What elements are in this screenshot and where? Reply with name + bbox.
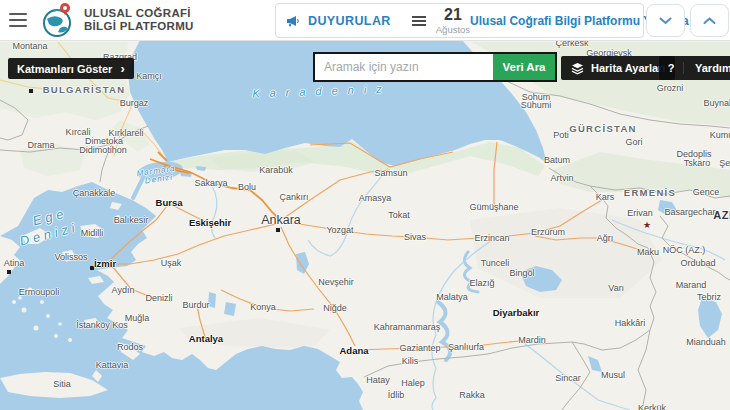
- app-header: ULUSAL COĞRAFİ BİLGİ PLATFORMU DUYURULAR…: [0, 0, 730, 41]
- search-bar: Veri Ara: [313, 52, 557, 82]
- search-data-button[interactable]: Veri Ara: [493, 54, 555, 80]
- announcements-label: DUYURULAR: [308, 14, 391, 28]
- chevron-down-icon: [659, 17, 672, 25]
- announcement-date: 21 Ağustos: [436, 4, 470, 37]
- logo-globe-pin-icon[interactable]: [40, 2, 78, 39]
- map-settings-label: Harita Ayarları: [591, 62, 665, 74]
- announcement-day: 21: [444, 7, 462, 23]
- show-layers-button[interactable]: Katmanları Göster ›: [8, 58, 134, 79]
- help-label: Yardım: [684, 62, 730, 74]
- list-icon[interactable]: [412, 16, 426, 26]
- hamburger-menu-icon[interactable]: [9, 13, 27, 27]
- chevron-right-icon: ›: [120, 63, 124, 74]
- app-title-line2: BİLGİ PLATFORMU: [84, 20, 194, 33]
- show-layers-label: Katmanları Göster: [17, 63, 112, 75]
- announcement-month: Ağustos: [436, 25, 470, 35]
- announcements-panel: DUYURULAR 21 Ağustos Ulusal Coğrafi Bilg…: [275, 3, 644, 38]
- map-canvas[interactable]: MontanaRazgradKamçıBurgazBULGARİSTANKırc…: [0, 40, 730, 410]
- announcement-prev-button[interactable]: [646, 4, 685, 37]
- question-mark-icon: ?: [659, 62, 684, 74]
- chevron-up-icon: [703, 17, 716, 25]
- help-button[interactable]: ? Yardım: [659, 56, 730, 80]
- announcements-toggle[interactable]: DUYURULAR: [276, 4, 436, 37]
- app-title-line1: ULUSAL COĞRAFİ: [84, 7, 194, 20]
- layers-icon: [571, 62, 584, 75]
- basemap: [0, 40, 730, 410]
- megaphone-icon: [286, 15, 301, 27]
- app-title: ULUSAL COĞRAFİ BİLGİ PLATFORMU: [84, 7, 194, 33]
- announcement-next-button[interactable]: [690, 4, 729, 37]
- search-input[interactable]: [315, 54, 493, 80]
